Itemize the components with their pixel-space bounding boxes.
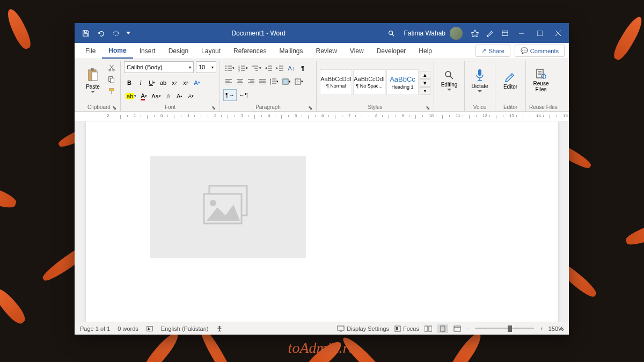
undo-button[interactable] [94, 26, 108, 40]
align-left-button[interactable] [223, 76, 234, 88]
group-reuse-files: Reuse Files Reuse Files [526, 61, 561, 111]
display-settings[interactable]: Display Settings [337, 325, 389, 332]
svg-point-0 [114, 31, 119, 35]
italic-button[interactable]: I [135, 77, 146, 89]
sort-button[interactable]: A↓ [286, 62, 297, 74]
word-count[interactable]: 0 words [118, 325, 138, 332]
svg-point-23 [541, 74, 546, 78]
save-button[interactable] [79, 26, 93, 40]
bullets-button[interactable]: ▾ [223, 62, 236, 74]
image-placeholder[interactable] [150, 156, 306, 258]
multilevel-button[interactable]: ▾ [250, 62, 263, 74]
page-info[interactable]: Page 1 of 1 [80, 325, 110, 332]
borders-button[interactable]: ▾ [293, 76, 305, 88]
svg-point-14 [225, 70, 226, 71]
bold-button[interactable]: B [124, 77, 135, 89]
style-heading1[interactable]: AaBbCcHeading 1 [386, 69, 419, 95]
maximize-button[interactable] [531, 26, 548, 40]
text-effects-button[interactable]: A▾ [192, 77, 202, 89]
styles-expand[interactable]: ▾ [420, 87, 430, 95]
tab-view[interactable]: View [343, 44, 370, 58]
tab-references[interactable]: References [227, 44, 273, 58]
collapse-ribbon-button[interactable] [558, 326, 565, 332]
show-marks-button[interactable]: ¶ [297, 62, 308, 74]
tab-design[interactable]: Design [162, 44, 195, 58]
tab-home[interactable]: Home [102, 44, 133, 59]
horizontal-ruler[interactable]: 210123456789101112131415 [75, 112, 569, 121]
zoom-slider[interactable] [475, 328, 534, 329]
minimize-button[interactable] [513, 26, 530, 40]
svg-rect-5 [91, 68, 94, 71]
ribbon-mode-button[interactable] [498, 26, 512, 40]
styles-scroll-up[interactable]: ▴ [420, 71, 430, 79]
change-case-button[interactable]: Aa▾ [150, 90, 162, 102]
read-mode-icon[interactable] [425, 325, 432, 332]
focus-mode[interactable]: Focus [394, 325, 419, 332]
align-right-button[interactable] [246, 76, 257, 88]
redo-button[interactable] [109, 26, 123, 40]
group-paragraph: ▾ 123▾ ▾ A↓ ¶ ▾ ▾ ▾ [220, 61, 317, 111]
dictate-button[interactable]: Dictate [468, 61, 492, 99]
comments-button[interactable]: 💬Comments [515, 45, 565, 57]
numbering-button[interactable]: 123▾ [237, 62, 250, 74]
font-dialog-launcher[interactable]: ⬊ [211, 105, 216, 110]
ltr-button[interactable]: ¶→ [223, 89, 237, 101]
align-center-button[interactable] [235, 76, 245, 88]
justify-button[interactable] [257, 76, 268, 88]
editor-button[interactable]: Editor [499, 61, 522, 99]
tab-layout[interactable]: Layout [195, 44, 227, 58]
tab-insert[interactable]: Insert [133, 44, 162, 58]
styles-scroll-down[interactable]: ▾ [420, 79, 430, 87]
qat-customize[interactable] [124, 26, 133, 40]
shading-button[interactable]: ▾ [281, 76, 292, 88]
styles-dialog-launcher[interactable]: ⬊ [425, 105, 430, 110]
coming-soon-icon[interactable] [483, 26, 497, 40]
zoom-out-button[interactable]: − [466, 325, 470, 332]
accessibility-icon[interactable] [216, 325, 223, 332]
style-normal[interactable]: AaBbCcDdI¶ Normal [320, 69, 352, 95]
svg-rect-32 [425, 326, 428, 331]
zoom-in-button[interactable]: + [539, 325, 543, 332]
tab-developer[interactable]: Developer [370, 44, 413, 58]
paragraph-dialog-launcher[interactable]: ⬊ [308, 105, 313, 110]
svg-point-1 [389, 31, 393, 34]
underline-button[interactable]: U▾ [147, 77, 157, 89]
style-no-spacing[interactable]: AaBbCcDdI¶ No Spac... [353, 69, 385, 95]
user-account[interactable]: Fatima Wahab [398, 27, 468, 40]
editing-button[interactable]: Editing [437, 61, 461, 99]
clipboard-dialog-launcher[interactable]: ⬊ [112, 105, 117, 110]
copy-button[interactable] [106, 74, 117, 85]
cut-button[interactable] [106, 62, 117, 73]
tab-help[interactable]: Help [412, 44, 438, 58]
highlight-button[interactable]: ab▾ [124, 90, 138, 102]
svg-rect-34 [441, 326, 445, 331]
font-size-selector[interactable]: 10▾ [196, 61, 216, 73]
search-button[interactable] [384, 26, 398, 40]
tab-mailings[interactable]: Mailings [273, 44, 309, 58]
font-color-button[interactable]: A▾ [138, 90, 149, 102]
web-layout-icon[interactable] [453, 325, 461, 332]
line-spacing-button[interactable]: ▾ [268, 76, 280, 88]
tab-review[interactable]: Review [309, 44, 343, 58]
increase-indent-button[interactable] [275, 62, 286, 74]
strikethrough-button[interactable]: ab [158, 77, 169, 89]
close-button[interactable] [550, 26, 567, 40]
print-layout-icon[interactable] [437, 324, 448, 333]
format-painter-button[interactable] [106, 86, 117, 97]
document-page[interactable] [86, 121, 558, 322]
superscript-button[interactable]: x2 [180, 77, 191, 89]
shrink-font-button[interactable]: A▾ [186, 90, 196, 102]
language-status[interactable]: English (Pakistan) [161, 325, 209, 332]
tab-file[interactable]: File [79, 44, 102, 58]
spell-check-icon[interactable] [146, 325, 153, 332]
premium-icon[interactable] [468, 26, 482, 40]
clear-formatting-button[interactable]: A̷ [163, 90, 174, 102]
subscript-button[interactable]: x2 [169, 77, 180, 89]
share-button[interactable]: ↗Share [475, 45, 510, 57]
font-name-selector[interactable]: Calibri (Body)▾ [124, 61, 194, 73]
paste-button[interactable]: Paste [81, 61, 105, 99]
rtl-button[interactable]: ←¶ [237, 89, 250, 101]
reuse-files-button[interactable]: Reuse Files [529, 61, 553, 99]
grow-font-button[interactable]: A▴ [174, 90, 185, 102]
decrease-indent-button[interactable] [264, 62, 274, 74]
